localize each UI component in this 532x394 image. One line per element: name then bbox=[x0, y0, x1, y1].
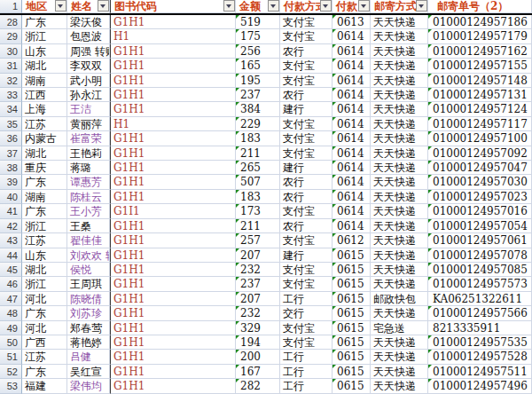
row-number[interactable]: 47 bbox=[0, 292, 22, 306]
cell-name[interactable]: 王小芳 bbox=[67, 204, 110, 218]
cell-book-code[interactable]: G1I1 bbox=[110, 204, 236, 218]
row-number[interactable]: 34 bbox=[0, 102, 22, 116]
cell-ship-method[interactable]: 天天快递 bbox=[371, 102, 428, 116]
cell-book-code[interactable]: G1H1 bbox=[110, 248, 236, 263]
cell-tracking[interactable]: KA06251322611 bbox=[428, 292, 532, 306]
cell-name[interactable]: 周强 转账 bbox=[67, 44, 110, 59]
cell-amount[interactable]: 183 bbox=[236, 190, 280, 204]
cell-tracking[interactable]: 01000124957511 bbox=[428, 365, 532, 379]
cell-region[interactable]: 河北 bbox=[22, 292, 67, 306]
cell-book-code[interactable]: G1H1 bbox=[110, 175, 236, 189]
cell-amount[interactable]: 282 bbox=[236, 379, 280, 393]
row-number[interactable]: 40 bbox=[0, 190, 22, 204]
cell-pay-date[interactable]: 0615 bbox=[332, 277, 371, 291]
row-number[interactable]: 30 bbox=[0, 44, 22, 59]
cell-tracking[interactable]: 01000124957030 bbox=[428, 175, 532, 189]
cell-pay-date[interactable]: 0614 bbox=[332, 175, 371, 189]
cell-amount[interactable]: 207 bbox=[236, 248, 280, 263]
cell-name[interactable]: 郑春莺 bbox=[67, 321, 110, 335]
cell-pay-date[interactable]: 0612 bbox=[332, 233, 371, 248]
cell-ship-method[interactable]: 宅急送 bbox=[371, 321, 428, 335]
cell-book-code[interactable]: G1H1 bbox=[110, 321, 236, 335]
cell-ship-method[interactable]: 天天快递 bbox=[371, 277, 428, 291]
cell-pay-method[interactable]: 支付宝 bbox=[280, 321, 332, 335]
cell-amount[interactable]: 237 bbox=[236, 277, 280, 291]
filter-dropdown-icon-pay-method[interactable] bbox=[320, 0, 332, 12]
cell-tracking[interactable]: 01000124957124 bbox=[428, 102, 532, 116]
row-number[interactable]: 37 bbox=[0, 146, 22, 161]
cell-region[interactable]: 湖北 bbox=[22, 146, 67, 161]
column-header-region[interactable]: 地区 bbox=[22, 0, 67, 13]
cell-book-code[interactable]: G1H1 bbox=[110, 350, 236, 364]
cell-amount[interactable]: 384 bbox=[236, 102, 280, 116]
cell-region[interactable]: 河北 bbox=[22, 321, 67, 335]
cell-name[interactable]: 刘苏珍 bbox=[67, 306, 110, 320]
cell-pay-date[interactable]: 0614 bbox=[332, 29, 371, 43]
cell-pay-method[interactable]: 支付宝 bbox=[280, 15, 332, 29]
cell-region[interactable]: 福建 bbox=[22, 379, 67, 393]
cell-ship-method[interactable]: 天天快递 bbox=[371, 263, 428, 277]
cell-region[interactable]: 浙江 bbox=[22, 29, 67, 43]
cell-pay-method[interactable]: 支付宝 bbox=[280, 146, 332, 161]
cell-ship-method[interactable]: 天天快递 bbox=[371, 146, 428, 161]
cell-book-code[interactable]: G1H1 bbox=[110, 74, 236, 88]
cell-pay-method[interactable]: 交行 bbox=[280, 306, 332, 320]
cell-book-code[interactable]: G1H1 bbox=[110, 146, 236, 161]
cell-book-code[interactable]: G1H1 bbox=[110, 335, 236, 350]
cell-region[interactable]: 湖北 bbox=[22, 263, 67, 277]
cell-name[interactable]: 吴红宣 bbox=[67, 365, 110, 379]
column-header-pay-method[interactable]: 付款方式 bbox=[280, 0, 332, 13]
cell-pay-method[interactable]: 支付宝 bbox=[280, 263, 332, 277]
cell-ship-method[interactable]: 天天快递 bbox=[371, 117, 428, 131]
cell-pay-date[interactable]: 0615 bbox=[332, 365, 371, 379]
cell-region[interactable]: 山东 bbox=[22, 44, 67, 59]
cell-amount[interactable]: 167 bbox=[236, 365, 280, 379]
cell-pay-date[interactable]: 0614 bbox=[332, 161, 371, 175]
column-header-ship-method[interactable]: 邮寄方式 bbox=[371, 0, 428, 13]
cell-book-code[interactable]: G1H1 bbox=[110, 59, 236, 73]
cell-book-code[interactable]: G1H1 bbox=[110, 306, 236, 320]
cell-pay-method[interactable]: 农行 bbox=[280, 44, 332, 59]
cell-name[interactable]: 谭惠芳 bbox=[67, 175, 110, 189]
cell-region[interactable]: 重庆 bbox=[22, 161, 67, 175]
row-number[interactable]: 42 bbox=[0, 219, 22, 233]
cell-pay-date[interactable]: 0615 bbox=[332, 321, 371, 335]
cell-pay-date[interactable]: 0614 bbox=[332, 74, 371, 88]
cell-amount[interactable]: 211 bbox=[236, 219, 280, 233]
cell-ship-method[interactable]: 天天快递 bbox=[371, 335, 428, 350]
row-number[interactable]: 32 bbox=[0, 74, 22, 88]
cell-name[interactable]: 孙永江 bbox=[67, 88, 110, 102]
cell-tracking[interactable]: 01000124957131 bbox=[428, 88, 532, 102]
cell-name[interactable]: 崔富荣 bbox=[67, 131, 110, 146]
row-number[interactable]: 46 bbox=[0, 277, 22, 291]
cell-amount[interactable]: 229 bbox=[236, 117, 280, 131]
cell-amount[interactable]: 207 bbox=[236, 292, 280, 306]
cell-tracking[interactable]: 01000124957023 bbox=[428, 190, 532, 204]
row-number[interactable]: 35 bbox=[0, 117, 22, 131]
cell-pay-date[interactable]: 0614 bbox=[332, 117, 371, 131]
cell-ship-method[interactable]: 天天快递 bbox=[371, 59, 428, 73]
cell-ship-method[interactable]: 天天快递 bbox=[371, 44, 428, 59]
cell-book-code[interactable]: G1H1 bbox=[110, 102, 236, 116]
cell-region[interactable]: 湖南 bbox=[22, 190, 67, 204]
cell-amount[interactable]: 194 bbox=[236, 335, 280, 350]
cell-ship-method[interactable]: 天天快递 bbox=[371, 29, 428, 43]
cell-name[interactable]: 翟佳佳 bbox=[67, 233, 110, 248]
cell-pay-method[interactable]: 支付宝 bbox=[280, 29, 332, 43]
cell-amount[interactable]: 173 bbox=[236, 204, 280, 218]
cell-pay-date[interactable]: 0615 bbox=[332, 306, 371, 320]
cell-pay-method[interactable]: 支付宝 bbox=[280, 59, 332, 73]
cell-name[interactable]: 李双双 bbox=[67, 59, 110, 73]
cell-pay-date[interactable]: 0615 bbox=[332, 263, 371, 277]
cell-tracking[interactable]: 01000124957573 bbox=[428, 277, 532, 291]
cell-name[interactable]: 陈桂云 bbox=[67, 190, 110, 204]
row-number[interactable]: 52 bbox=[0, 365, 22, 379]
cell-book-code[interactable]: H1 bbox=[110, 117, 236, 131]
cell-ship-method[interactable]: 天天快递 bbox=[371, 306, 428, 320]
cell-pay-method[interactable]: 支付宝 bbox=[280, 204, 332, 218]
cell-ship-method[interactable]: 天天快递 bbox=[371, 365, 428, 379]
cell-pay-date[interactable]: 0614 bbox=[332, 102, 371, 116]
cell-tracking[interactable]: 01000124957100 bbox=[428, 131, 532, 146]
cell-pay-method[interactable]: 工行 bbox=[280, 350, 332, 364]
cell-amount[interactable]: 507 bbox=[236, 175, 280, 189]
